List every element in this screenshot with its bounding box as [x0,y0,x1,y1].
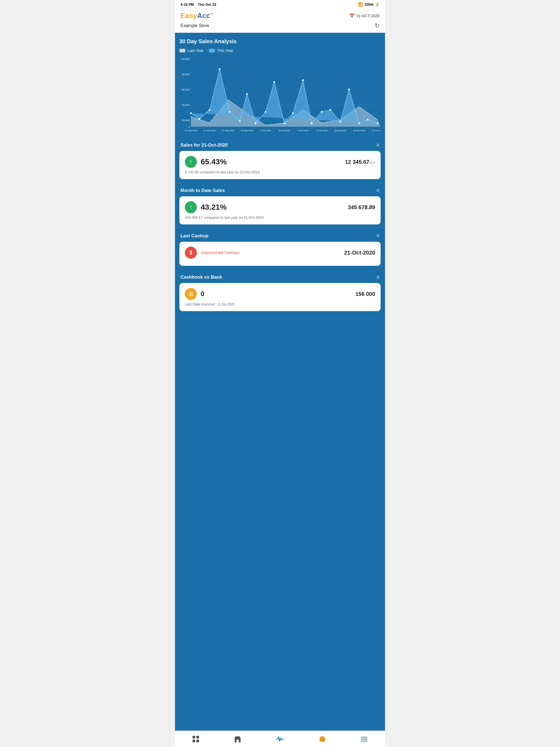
legend-this-year-box [209,49,215,52]
month-value-right: 345 678.89 [348,204,375,210]
cashbook-section: Cashbook vs Bank ≡ ⊞ 0 156 000 Last Date… [179,270,381,311]
month-section: Month to Date Sales ≡ ↑ 43.21% 345 678.8… [179,183,381,225]
sales-menu-icon[interactable]: ≡ [376,142,380,148]
refresh-icon[interactable]: ↻ [375,22,380,29]
tab-grid[interactable] [187,734,204,746]
sales-sub-text: 9 742.55 compared to last year on 23-Oct… [185,170,375,174]
svg-text:60,000: 60,000 [182,88,190,91]
hamburger-icon [360,735,368,745]
cashup-section-header: Last Cashup ≡ [179,229,381,242]
svg-rect-61 [361,741,367,742]
svg-rect-60 [361,739,367,740]
cashup-section-title: Last Cashup [180,233,208,239]
app-logo: EasyAcc™ [180,11,213,20]
svg-text:15-Oct-2020: 15-Oct-2020 [334,129,347,132]
svg-text:21-Sep-2020: 21-Sep-2020 [184,129,197,132]
svg-text:24-Sep-2020: 24-Sep-2020 [203,129,216,132]
store-name: Example Store [180,23,209,28]
cashbook-zero-value: 0 [201,290,204,298]
svg-text:18-Oct-2020: 18-Oct-2020 [353,129,365,132]
svg-point-26 [302,79,304,81]
svg-text:27-Sep-2020: 27-Sep-2020 [222,129,235,132]
tab-coins[interactable] [314,734,331,746]
sales-value-right: 12 345.67excl [345,159,375,165]
svg-rect-48 [193,740,195,742]
month-up-arrow-icon: ↑ [185,201,197,213]
month-percent: 43.21% [201,203,227,212]
status-bar: 4:19 PM Thu Oct 22 📶 100% 🔋 [175,0,385,9]
svg-point-27 [311,123,312,124]
tab-bar [175,730,385,747]
sales-chart: 100,000 80,000 60,000 40,000 20,000 0 [179,56,381,133]
svg-point-31 [348,88,350,90]
svg-point-16 [209,109,210,111]
svg-point-58 [320,740,325,742]
cashup-section: Last Cashup ≡ ⏸ Unprocessed Cashups 21-O… [179,229,381,266]
cashup-menu-icon[interactable]: ≡ [376,233,380,239]
svg-text:3-Oct-2020: 3-Oct-2020 [260,129,271,132]
pulse-icon [276,735,284,745]
svg-point-25 [292,112,294,114]
calendar-icon: 📅 [349,13,355,18]
current-date: 21-OCT-2020 [356,14,380,18]
month-section-header: Month to Date Sales ≡ [179,183,381,196]
cashbook-sub-text: Last Date Imported : 3-Jul-2020 [185,302,375,306]
svg-point-15 [199,118,200,120]
tab-store[interactable] [229,734,246,746]
chart-legend: Last Year This Year [179,48,381,53]
month-sub-text: 259 004.17 compared to last year on 21-O… [185,215,375,220]
cashup-label: Unprocessed Cashups [201,251,239,255]
svg-point-28 [321,111,322,113]
svg-point-14 [190,112,192,114]
month-card: ↑ 43.21% 345 678.89 259 004.17 compared … [179,196,381,225]
status-indicators: 📶 100% 🔋 [358,2,380,6]
month-menu-icon[interactable]: ≡ [376,187,380,194]
svg-text:0: 0 [188,126,190,129]
sales-section-header: Sales for 21-Oct-2020 ≡ [179,138,381,151]
sales-section-title: Sales for 21-Oct-2020 [180,143,228,148]
svg-point-22 [265,111,266,113]
svg-text:40,000: 40,000 [182,104,190,106]
svg-point-32 [358,123,360,124]
sales-up-arrow-icon: ↑ [185,156,197,168]
date-display[interactable]: 📅 21-OCT-2020 [349,13,380,18]
legend-last-year: Last Year [179,48,203,53]
svg-rect-59 [361,737,367,738]
grid-icon [192,735,200,745]
legend-this-year: This Year [209,48,233,53]
svg-text:6-Oct-2020: 6-Oct-2020 [279,129,289,132]
svg-text:20,000: 20,000 [182,119,190,122]
chart-section: 30 Day Sales Analysis Last Year This Yea… [179,38,381,133]
tab-menu[interactable] [356,734,373,746]
sales-card: ↑ 65.43% 12 345.67excl 9 742.55 compared… [179,151,381,179]
cashbook-section-title: Cashbook vs Bank [180,275,222,280]
cashup-date-value: 21-Oct-2020 [344,250,375,256]
svg-point-23 [274,81,275,83]
tab-pulse[interactable] [271,733,289,746]
battery-icon: 🔋 [375,2,380,6]
svg-point-18 [229,111,230,113]
svg-text:12-Oct-2020: 12-Oct-2020 [316,129,328,132]
svg-point-30 [339,121,341,123]
svg-text:100,000: 100,000 [180,58,190,60]
coins-icon [319,735,326,745]
cashbook-card: ⊞ 0 156 000 Last Date Imported : 3-Jul-2… [179,283,381,311]
cashup-status-icon: ⏸ [185,247,197,259]
chart-title: 30 Day Sales Analysis [179,38,381,45]
svg-point-24 [284,123,285,124]
svg-point-17 [219,68,221,70]
app-header: EasyAcc™ 📅 21-OCT-2020 Example Store ↻ [175,9,385,33]
cashup-card: ⏸ Unprocessed Cashups 21-Oct-2020 [179,242,381,266]
sales-section: Sales for 21-Oct-2020 ≡ ↑ 65.43% 12 345.… [179,138,381,179]
svg-rect-49 [196,740,199,742]
cashbook-grid-icon: ⊞ [185,288,197,300]
svg-rect-46 [193,736,195,739]
svg-rect-47 [196,736,199,739]
svg-point-29 [330,109,331,111]
store-icon [234,735,241,745]
cashbook-menu-icon[interactable]: ≡ [376,274,380,280]
svg-text:30-Sep-2020: 30-Sep-2020 [240,129,253,132]
svg-text:9-Oct-2020: 9-Oct-2020 [298,129,308,132]
sales-percent: 65.43% [201,157,227,166]
svg-point-21 [255,123,256,124]
